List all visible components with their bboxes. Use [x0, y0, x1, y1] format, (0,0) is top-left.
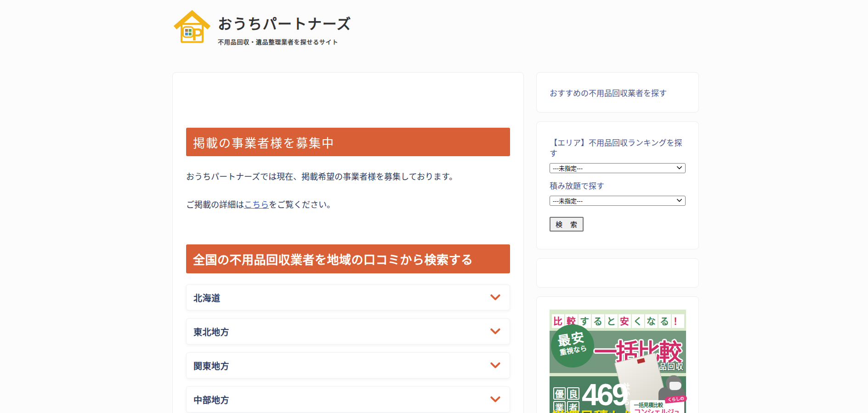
- region-label: 関東地方: [193, 359, 229, 372]
- chevron-down-icon: [490, 396, 500, 403]
- ad-headline-char: 安: [618, 314, 631, 328]
- area-ranking-label: 【エリア】不用品回収ランキングを探す: [550, 138, 686, 159]
- site-header: P おうちパートナーズ 不用品回収・遺品整理業者を探せるサイト: [0, 0, 868, 72]
- chevron-down-icon: [490, 328, 500, 335]
- load-select[interactable]: ---未指定---: [550, 196, 686, 206]
- ad-headline-char: 比: [552, 314, 564, 328]
- ad-circle-badge: 最安 重視なら: [548, 321, 598, 371]
- select-chevron-icon: [677, 199, 682, 202]
- ad-logo-top: 一括見積比較: [634, 402, 680, 408]
- recommend-box: おすすめの不用品回収業者を探す: [536, 72, 699, 113]
- site-tagline: 不用品回収・遺品整理業者を探せるサイト: [218, 37, 352, 46]
- recruit-banner-heading: 掲載の事業者様を募集中: [186, 128, 510, 156]
- region-accordion-tohoku[interactable]: 東北地方: [186, 318, 510, 345]
- person-mask-graphic: [669, 382, 681, 390]
- region-search-heading-text: 全国の不用品回収業者を地域の口コミから検索する: [193, 250, 473, 267]
- ad-bottom-section: 優 良 業 者 469 社から 厳選見積もり くらしの 一括見積比較 コンシェル…: [550, 376, 686, 413]
- ranking-search-box: 【エリア】不用品回収ランキングを探す ---未指定--- 積み放題で探す ---…: [536, 121, 699, 249]
- region-label: 北海道: [193, 291, 221, 304]
- site-logo[interactable]: P おうちパートナーズ 不用品回収・遺品整理業者を探せるサイト: [173, 9, 366, 46]
- comparison-ad-banner[interactable]: 比 較 す る と 安 く な る ！ 最安 重視なら 一括比較: [550, 310, 686, 413]
- region-accordion-chubu[interactable]: 中部地方: [186, 386, 510, 413]
- load-label: 積み放題で探す: [550, 181, 686, 192]
- region-accordion-kanto[interactable]: 関東地方: [186, 352, 510, 379]
- region-accordion: 北海道 東北地方 関東地方 中部地方: [186, 284, 510, 413]
- ad-headline-char: る: [592, 314, 604, 328]
- detail-prefix: ご掲載の詳細は: [186, 200, 244, 209]
- kochira-link[interactable]: こちら: [244, 200, 269, 209]
- detail-paragraph: ご掲載の詳細はこちらをご覧ください。: [186, 199, 510, 210]
- ad-logo-bottom: コンシェルジュ: [634, 408, 680, 413]
- select-chevron-icon: [677, 166, 682, 170]
- region-accordion-hokkaido[interactable]: 北海道: [186, 284, 510, 311]
- ad-count-suffix: 社から: [621, 383, 631, 406]
- house-logo-icon: P: [173, 9, 211, 44]
- ad-service-logo: くらしの 一括見積比較 コンシェルジュ: [630, 400, 684, 413]
- search-button[interactable]: 検 索: [550, 217, 584, 232]
- ad-headline-char: ！: [672, 314, 684, 328]
- recruit-paragraph: おうちパートナーズでは現在、掲載希望の事業者様を募集しております。: [186, 171, 510, 182]
- area-select[interactable]: ---未指定---: [550, 163, 686, 173]
- sidebar: おすすめの不用品回収業者を探す 【エリア】不用品回収ランキングを探す ---未指…: [536, 72, 699, 413]
- detail-suffix: をご覧ください。: [269, 200, 335, 209]
- ad-box: 比 較 す る と 安 く な る ！ 最安 重視なら 一括比較: [536, 296, 699, 413]
- ad-quality-char: 良: [567, 387, 579, 400]
- load-select-value: ---未指定---: [553, 196, 583, 205]
- area-select-value: ---未指定---: [553, 164, 583, 172]
- region-label: 中部地方: [193, 393, 229, 406]
- ad-headline-char: く: [632, 314, 644, 328]
- recommend-link[interactable]: おすすめの不用品回収業者を探す: [550, 89, 667, 98]
- ad-headline-char: る: [658, 314, 671, 328]
- site-title: おうちパートナーズ: [218, 12, 352, 33]
- ad-headline-char: な: [645, 314, 658, 328]
- ad-bottom-text: 厳選見積もり: [551, 406, 636, 413]
- chevron-down-icon: [490, 294, 500, 301]
- recruit-banner-text: 掲載の事業者様を募集中: [193, 134, 335, 151]
- main-content: 掲載の事業者様を募集中 おうちパートナーズでは現在、掲載希望の事業者様を募集して…: [172, 72, 524, 413]
- empty-widget-box: [536, 258, 699, 288]
- ad-quality-char: 優: [553, 387, 566, 400]
- region-label: 東北地方: [193, 325, 229, 338]
- region-search-heading: 全国の不用品回収業者を地域の口コミから検索する: [186, 244, 510, 273]
- page-layout: 掲載の事業者様を募集中 おうちパートナーズでは現在、掲載希望の事業者様を募集して…: [0, 72, 868, 413]
- chevron-down-icon: [490, 362, 500, 369]
- ad-headline-char: と: [605, 314, 618, 328]
